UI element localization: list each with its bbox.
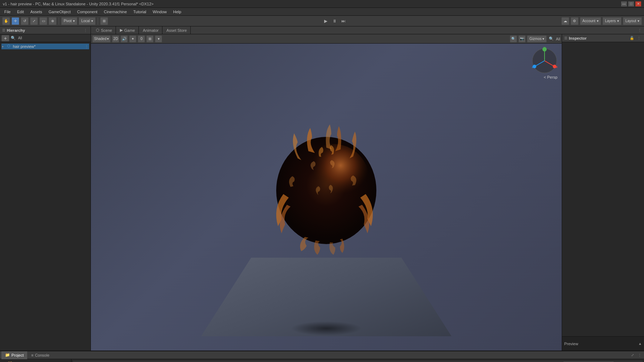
hierarchy-more-icon[interactable]: ⋮ [83, 28, 88, 33]
window-title: v1 - hair preview - PC, Mac & Linux Stan… [3, 2, 153, 6]
scene-tabs: ⬡ Scene ▶ Game Animator Asset Store ⋮ [91, 26, 644, 34]
menu-bar: File Edit Assets GameObject Component Ci… [0, 8, 644, 16]
hair-svg [262, 123, 391, 258]
inspector-icon: ☰ [564, 36, 567, 40]
scene-tab-label: Scene [101, 28, 112, 33]
inspector-content [562, 42, 644, 336]
pivot-dropdown[interactable]: Pivot ▾ [61, 17, 77, 25]
menu-window[interactable]: Window [150, 9, 170, 15]
menu-tutorial[interactable]: Tutorial [131, 9, 149, 15]
tab-project[interactable]: 📁 Project [1, 351, 27, 359]
game-tab-icon: ▶ [120, 28, 123, 33]
move-tool[interactable]: ✛ [11, 17, 19, 25]
inspector-more-icon[interactable]: ⋮ [636, 35, 642, 41]
camera-btn[interactable]: 📷 [518, 35, 526, 43]
viewport-gizmo: Y X Z [530, 46, 559, 75]
services-button[interactable]: ⚙ [571, 17, 579, 25]
center-area: ⬡ Scene ▶ Game Animator Asset Store ⋮ [91, 26, 644, 351]
magnify-btn[interactable]: 🔍 [510, 35, 517, 43]
tab-asset-store[interactable]: Asset Store [163, 26, 191, 34]
search-icon: 🔍 [549, 36, 554, 41]
main-area: ☰ Hierarchy ⋮ + 🔍 All ▸ ⬡ hair preview* … [0, 26, 644, 351]
effects-toggle[interactable]: ✦ [129, 35, 136, 43]
transform-tool[interactable]: ⊕ [49, 17, 57, 25]
preview-label: Preview [564, 342, 578, 346]
rect-tool[interactable]: ▭ [39, 17, 47, 25]
menu-gameobject[interactable]: GameObject [46, 9, 74, 15]
hand-tool[interactable]: ✋ [2, 17, 10, 25]
menu-cinemachine[interactable]: Cinemachine [101, 9, 130, 15]
file-item-prefabs-top[interactable]: 📁 Prefabs [1, 361, 70, 362]
scene-tab-icons: ⋮ [637, 28, 643, 33]
preview-expand-icon[interactable]: ▲ [638, 342, 642, 346]
hierarchy-icon: ☰ [2, 28, 5, 32]
hierarchy-item-label: hair preview* [13, 44, 36, 49]
hierarchy-toolbar: + 🔍 All [0, 34, 91, 42]
menu-assets[interactable]: Assets [28, 9, 45, 15]
hierarchy-add-button[interactable]: + [1, 35, 9, 41]
hierarchy-item-menu[interactable]: ⋮ [85, 45, 88, 49]
gizmos-label: Gizmos [530, 37, 542, 41]
console-tab-icon: ≡ [31, 353, 33, 357]
scene-inspector-split: Shaded ▾ 2D 🔊 ✦ 0 ⊞ ▾ 🔍 📷 Gizmos [91, 34, 644, 351]
tab-game[interactable]: ▶ Game [116, 26, 139, 34]
asset-browser: ◀ Assets › hair › hair26 › Baked › unity… [72, 359, 644, 362]
scene-more-icon[interactable]: ⋮ [637, 28, 643, 33]
tab-scene[interactable]: ⬡ Scene [92, 26, 116, 34]
collab-button[interactable]: ☁ [561, 17, 569, 25]
audio-toggle[interactable]: 🔊 [121, 35, 128, 43]
rotate-tool[interactable]: ↺ [21, 17, 29, 25]
svg-point-1 [298, 144, 369, 215]
layout-dropdown[interactable]: Layout ▾ [623, 17, 642, 25]
menu-help[interactable]: Help [170, 9, 184, 15]
scene-viewport[interactable]: Y X Z < Persp [91, 44, 562, 351]
local-dropdown[interactable]: Local ▾ [79, 17, 96, 25]
layers-dropdown[interactable]: Layers ▾ [602, 17, 621, 25]
menu-file[interactable]: File [1, 9, 14, 15]
overlay-toggle[interactable]: ⊞ [146, 35, 153, 43]
project-more-icon[interactable]: ⋮ [637, 352, 643, 358]
project-tabs: 📁 Project ≡ Console ⤢ ⋮ [0, 351, 644, 359]
hierarchy-all-label: All [17, 35, 23, 41]
title-bar: v1 - hair preview - PC, Mac & Linux Stan… [0, 0, 644, 8]
hierarchy-item-hair-preview[interactable]: ▸ ⬡ hair preview* ⋮ [1, 44, 89, 49]
play-button[interactable]: ▶ [321, 17, 330, 25]
tab-animator[interactable]: Animator [139, 26, 162, 34]
effects-count[interactable]: 0 [138, 35, 145, 43]
menu-edit[interactable]: Edit [14, 9, 27, 15]
separator-1 [59, 18, 59, 25]
project-panel-controls: ⤢ ⋮ [630, 352, 643, 358]
project-maximize-icon[interactable]: ⤢ [630, 352, 635, 358]
scale-tool[interactable]: ⤢ [30, 17, 38, 25]
maximize-button[interactable]: □ [628, 1, 634, 6]
project-tab-icon: 📁 [5, 353, 10, 357]
bottom-area: 📁 Project ≡ Console ⤢ ⋮ 📁 Prefabs 📁 text… [0, 351, 644, 362]
gizmos-dropdown[interactable]: Gizmos ▾ [527, 35, 547, 43]
viewport-shadow [291, 321, 362, 336]
pause-button[interactable]: ⏸ [330, 17, 339, 25]
file-tree: 📁 Prefabs 📁 textures 📁 unity_fbx.fbm ▸ 📁… [0, 359, 72, 362]
all-filter-label: All [556, 37, 560, 41]
asset-store-tab-label: Asset Store [166, 28, 187, 33]
hair-object [262, 123, 391, 258]
2d-toggle[interactable]: 2D [112, 35, 119, 43]
console-tab-label: Console [35, 353, 49, 357]
menu-component[interactable]: Component [74, 9, 100, 15]
browser-header: ◀ Assets › hair › hair26 › Baked › unity… [73, 361, 643, 362]
account-dropdown[interactable]: Account ▾ [580, 17, 601, 25]
step-button[interactable]: ⏭ [339, 17, 348, 25]
close-button[interactable]: ✕ [635, 1, 641, 6]
play-controls: ▶ ⏸ ⏭ [321, 17, 348, 25]
shading-mode-dropdown[interactable]: Shaded ▾ [92, 35, 111, 43]
tab-console[interactable]: ≡ Console [28, 351, 53, 359]
inspector-lock-icon[interactable]: 🔓 [629, 35, 635, 41]
scene-tab-icon: ⬡ [96, 28, 99, 33]
dropdown-toggle[interactable]: ▾ [155, 35, 162, 43]
inspector-header-actions: 🔓 ⋮ [629, 35, 642, 41]
grid-toggle[interactable]: ⊞ [100, 17, 108, 25]
animator-tab-label: Animator [143, 28, 158, 33]
svg-text:X: X [556, 65, 558, 69]
minimize-button[interactable]: — [621, 1, 627, 6]
scene-viewport-area: Shaded ▾ 2D 🔊 ✦ 0 ⊞ ▾ 🔍 📷 Gizmos [91, 34, 562, 351]
svg-text:Y: Y [543, 46, 546, 49]
